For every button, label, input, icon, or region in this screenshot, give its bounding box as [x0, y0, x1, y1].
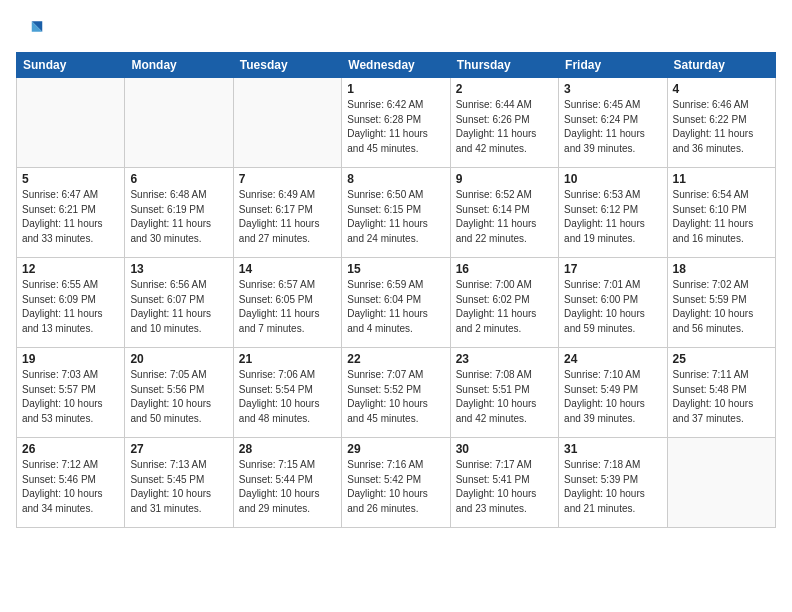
- day-number: 27: [130, 442, 227, 456]
- day-content: Sunrise: 7:17 AM Sunset: 5:41 PM Dayligh…: [456, 458, 553, 516]
- day-content: Sunrise: 6:44 AM Sunset: 6:26 PM Dayligh…: [456, 98, 553, 156]
- day-number: 26: [22, 442, 119, 456]
- day-number: 4: [673, 82, 770, 96]
- day-content: Sunrise: 7:05 AM Sunset: 5:56 PM Dayligh…: [130, 368, 227, 426]
- day-content: Sunrise: 6:49 AM Sunset: 6:17 PM Dayligh…: [239, 188, 336, 246]
- calendar-cell: 18Sunrise: 7:02 AM Sunset: 5:59 PM Dayli…: [667, 258, 775, 348]
- day-number: 14: [239, 262, 336, 276]
- day-content: Sunrise: 7:12 AM Sunset: 5:46 PM Dayligh…: [22, 458, 119, 516]
- calendar-cell: 19Sunrise: 7:03 AM Sunset: 5:57 PM Dayli…: [17, 348, 125, 438]
- day-content: Sunrise: 6:47 AM Sunset: 6:21 PM Dayligh…: [22, 188, 119, 246]
- calendar-cell: 28Sunrise: 7:15 AM Sunset: 5:44 PM Dayli…: [233, 438, 341, 528]
- week-row: 12Sunrise: 6:55 AM Sunset: 6:09 PM Dayli…: [17, 258, 776, 348]
- calendar-cell: 14Sunrise: 6:57 AM Sunset: 6:05 PM Dayli…: [233, 258, 341, 348]
- day-content: Sunrise: 7:03 AM Sunset: 5:57 PM Dayligh…: [22, 368, 119, 426]
- day-content: Sunrise: 7:18 AM Sunset: 5:39 PM Dayligh…: [564, 458, 661, 516]
- day-content: Sunrise: 7:13 AM Sunset: 5:45 PM Dayligh…: [130, 458, 227, 516]
- calendar-cell: 27Sunrise: 7:13 AM Sunset: 5:45 PM Dayli…: [125, 438, 233, 528]
- calendar-cell: 12Sunrise: 6:55 AM Sunset: 6:09 PM Dayli…: [17, 258, 125, 348]
- calendar-cell: 31Sunrise: 7:18 AM Sunset: 5:39 PM Dayli…: [559, 438, 667, 528]
- day-number: 9: [456, 172, 553, 186]
- day-content: Sunrise: 7:00 AM Sunset: 6:02 PM Dayligh…: [456, 278, 553, 336]
- calendar-cell: [125, 78, 233, 168]
- day-content: Sunrise: 7:07 AM Sunset: 5:52 PM Dayligh…: [347, 368, 444, 426]
- calendar-cell: 3Sunrise: 6:45 AM Sunset: 6:24 PM Daylig…: [559, 78, 667, 168]
- day-number: 21: [239, 352, 336, 366]
- calendar-cell: 30Sunrise: 7:17 AM Sunset: 5:41 PM Dayli…: [450, 438, 558, 528]
- day-number: 13: [130, 262, 227, 276]
- day-content: Sunrise: 6:55 AM Sunset: 6:09 PM Dayligh…: [22, 278, 119, 336]
- day-number: 2: [456, 82, 553, 96]
- day-content: Sunrise: 6:48 AM Sunset: 6:19 PM Dayligh…: [130, 188, 227, 246]
- logo: [16, 16, 48, 44]
- calendar: SundayMondayTuesdayWednesdayThursdayFrid…: [16, 52, 776, 528]
- day-content: Sunrise: 7:06 AM Sunset: 5:54 PM Dayligh…: [239, 368, 336, 426]
- calendar-cell: [667, 438, 775, 528]
- day-content: Sunrise: 7:10 AM Sunset: 5:49 PM Dayligh…: [564, 368, 661, 426]
- calendar-cell: 1Sunrise: 6:42 AM Sunset: 6:28 PM Daylig…: [342, 78, 450, 168]
- day-number: 7: [239, 172, 336, 186]
- calendar-cell: 24Sunrise: 7:10 AM Sunset: 5:49 PM Dayli…: [559, 348, 667, 438]
- day-content: Sunrise: 7:15 AM Sunset: 5:44 PM Dayligh…: [239, 458, 336, 516]
- day-number: 25: [673, 352, 770, 366]
- day-number: 15: [347, 262, 444, 276]
- week-row: 19Sunrise: 7:03 AM Sunset: 5:57 PM Dayli…: [17, 348, 776, 438]
- calendar-cell: 29Sunrise: 7:16 AM Sunset: 5:42 PM Dayli…: [342, 438, 450, 528]
- day-number: 10: [564, 172, 661, 186]
- calendar-cell: 17Sunrise: 7:01 AM Sunset: 6:00 PM Dayli…: [559, 258, 667, 348]
- days-of-week-row: SundayMondayTuesdayWednesdayThursdayFrid…: [17, 53, 776, 78]
- calendar-cell: 4Sunrise: 6:46 AM Sunset: 6:22 PM Daylig…: [667, 78, 775, 168]
- header: [16, 16, 776, 44]
- calendar-body: 1Sunrise: 6:42 AM Sunset: 6:28 PM Daylig…: [17, 78, 776, 528]
- day-number: 5: [22, 172, 119, 186]
- day-content: Sunrise: 7:01 AM Sunset: 6:00 PM Dayligh…: [564, 278, 661, 336]
- week-row: 5Sunrise: 6:47 AM Sunset: 6:21 PM Daylig…: [17, 168, 776, 258]
- day-of-week-header: Thursday: [450, 53, 558, 78]
- calendar-cell: 9Sunrise: 6:52 AM Sunset: 6:14 PM Daylig…: [450, 168, 558, 258]
- week-row: 26Sunrise: 7:12 AM Sunset: 5:46 PM Dayli…: [17, 438, 776, 528]
- calendar-cell: 23Sunrise: 7:08 AM Sunset: 5:51 PM Dayli…: [450, 348, 558, 438]
- day-of-week-header: Sunday: [17, 53, 125, 78]
- day-number: 18: [673, 262, 770, 276]
- day-number: 6: [130, 172, 227, 186]
- day-of-week-header: Wednesday: [342, 53, 450, 78]
- calendar-cell: 25Sunrise: 7:11 AM Sunset: 5:48 PM Dayli…: [667, 348, 775, 438]
- day-content: Sunrise: 6:53 AM Sunset: 6:12 PM Dayligh…: [564, 188, 661, 246]
- day-content: Sunrise: 7:11 AM Sunset: 5:48 PM Dayligh…: [673, 368, 770, 426]
- day-number: 24: [564, 352, 661, 366]
- day-content: Sunrise: 7:16 AM Sunset: 5:42 PM Dayligh…: [347, 458, 444, 516]
- calendar-cell: 26Sunrise: 7:12 AM Sunset: 5:46 PM Dayli…: [17, 438, 125, 528]
- day-content: Sunrise: 6:45 AM Sunset: 6:24 PM Dayligh…: [564, 98, 661, 156]
- day-number: 1: [347, 82, 444, 96]
- day-content: Sunrise: 6:56 AM Sunset: 6:07 PM Dayligh…: [130, 278, 227, 336]
- calendar-cell: [233, 78, 341, 168]
- day-of-week-header: Monday: [125, 53, 233, 78]
- calendar-cell: [17, 78, 125, 168]
- day-content: Sunrise: 6:46 AM Sunset: 6:22 PM Dayligh…: [673, 98, 770, 156]
- day-number: 3: [564, 82, 661, 96]
- day-number: 17: [564, 262, 661, 276]
- day-content: Sunrise: 6:59 AM Sunset: 6:04 PM Dayligh…: [347, 278, 444, 336]
- day-number: 20: [130, 352, 227, 366]
- day-number: 23: [456, 352, 553, 366]
- day-content: Sunrise: 6:42 AM Sunset: 6:28 PM Dayligh…: [347, 98, 444, 156]
- calendar-cell: 13Sunrise: 6:56 AM Sunset: 6:07 PM Dayli…: [125, 258, 233, 348]
- day-number: 30: [456, 442, 553, 456]
- calendar-cell: 5Sunrise: 6:47 AM Sunset: 6:21 PM Daylig…: [17, 168, 125, 258]
- calendar-cell: 11Sunrise: 6:54 AM Sunset: 6:10 PM Dayli…: [667, 168, 775, 258]
- day-number: 22: [347, 352, 444, 366]
- calendar-cell: 6Sunrise: 6:48 AM Sunset: 6:19 PM Daylig…: [125, 168, 233, 258]
- day-content: Sunrise: 7:02 AM Sunset: 5:59 PM Dayligh…: [673, 278, 770, 336]
- day-content: Sunrise: 6:50 AM Sunset: 6:15 PM Dayligh…: [347, 188, 444, 246]
- day-number: 11: [673, 172, 770, 186]
- calendar-cell: 10Sunrise: 6:53 AM Sunset: 6:12 PM Dayli…: [559, 168, 667, 258]
- day-content: Sunrise: 6:54 AM Sunset: 6:10 PM Dayligh…: [673, 188, 770, 246]
- week-row: 1Sunrise: 6:42 AM Sunset: 6:28 PM Daylig…: [17, 78, 776, 168]
- calendar-cell: 8Sunrise: 6:50 AM Sunset: 6:15 PM Daylig…: [342, 168, 450, 258]
- day-of-week-header: Tuesday: [233, 53, 341, 78]
- calendar-cell: 15Sunrise: 6:59 AM Sunset: 6:04 PM Dayli…: [342, 258, 450, 348]
- calendar-cell: 21Sunrise: 7:06 AM Sunset: 5:54 PM Dayli…: [233, 348, 341, 438]
- day-number: 31: [564, 442, 661, 456]
- day-content: Sunrise: 7:08 AM Sunset: 5:51 PM Dayligh…: [456, 368, 553, 426]
- day-of-week-header: Saturday: [667, 53, 775, 78]
